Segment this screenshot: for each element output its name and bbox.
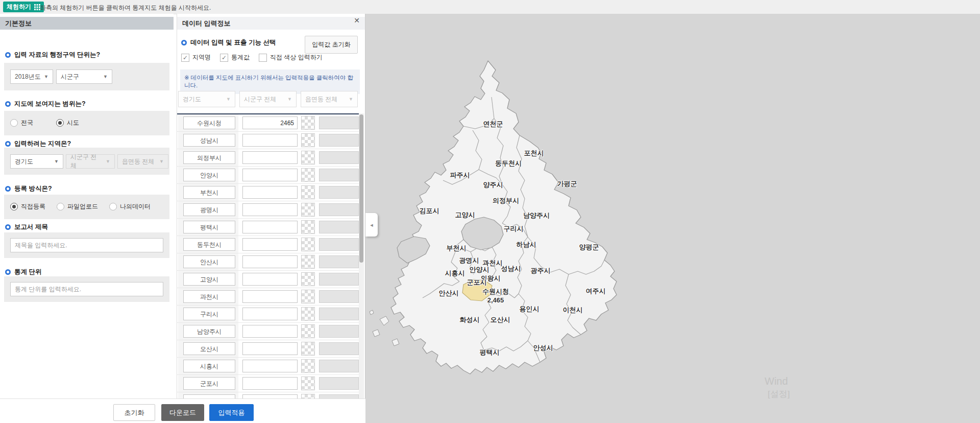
table-row: 부천시 [177,184,361,201]
checkbox-직접 색상 입력하기[interactable]: 직접 색상 입력하기 [259,53,323,62]
map-label-의정부시: 의정부시 [493,196,519,205]
radio-method-파일업로드[interactable]: 파일업로드 [57,202,98,211]
pattern-swatch[interactable] [301,377,315,390]
map-label-동두천시: 동두천시 [495,159,522,168]
scrollbar-thumb[interactable] [359,114,363,263]
value-input[interactable] [242,238,298,251]
pattern-swatch[interactable] [301,133,315,147]
method-box: 직접등록파일업로드나의데이터 [4,195,169,219]
color-box-disabled [319,238,359,251]
checkbox-icon: ✓ [181,54,189,62]
color-box-disabled [319,134,359,147]
region-name-box: 고양시 [183,273,235,286]
checkbox-icon: ✓ [220,54,228,62]
pattern-swatch[interactable] [301,116,315,130]
color-box-disabled [319,151,359,164]
table-row: 오산시 [177,340,361,358]
value-input[interactable] [242,134,298,147]
pattern-swatch[interactable] [301,203,315,217]
value-input[interactable] [242,325,298,338]
pattern-swatch[interactable] [301,255,315,269]
radio-method-직접등록[interactable]: 직접등록 [10,202,45,211]
region-name-box: 안양시 [183,169,235,181]
map-label-안양시: 안양시 [470,265,489,274]
color-box-disabled [319,116,359,129]
map-label-김포시: 김포시 [420,206,439,215]
checkbox-지역명[interactable]: ✓지역명 [181,53,211,62]
reset-button[interactable]: 초기화 [113,404,155,421]
bullet-icon [181,40,187,45]
pattern-swatch[interactable] [301,151,315,165]
pattern-swatch[interactable] [301,324,315,338]
color-box-disabled [319,255,359,268]
value-input[interactable] [242,290,298,303]
region-name-cell: 과천시 [178,288,238,305]
region-box: 경기도▼시군구 전체▼읍면동 전체▼ [4,148,169,175]
value-input[interactable] [242,360,298,372]
region-name-cell: 안양시 [178,167,238,183]
pattern-swatch[interactable] [301,359,315,373]
region-select-1[interactable]: 경기도▼ [10,154,63,169]
pattern-swatch[interactable] [301,307,315,321]
chevron-down-icon: ▼ [287,97,292,102]
region-select-2: 시군구 전체▼ [66,154,115,169]
checkbox-통계값[interactable]: ✓통계값 [220,53,250,62]
chevron-left-icon: ◂ [370,222,373,228]
filter-select-2: 시군구 전체▼ [239,91,297,107]
scrollbar-track[interactable] [359,113,364,398]
value-input[interactable] [242,186,298,199]
value-input[interactable] [242,221,298,233]
value-input[interactable] [242,308,298,320]
download-button[interactable]: 다운로드 [161,404,204,421]
radio-range-시도[interactable]: 시도 [56,119,79,127]
reset-values-button[interactable]: 입력값 초기화 [305,36,358,54]
pattern-swatch[interactable] [301,342,315,356]
pattern-swatch[interactable] [301,220,315,234]
radio-method-나의데이터[interactable]: 나의데이터 [109,202,151,211]
table-row: 평택시 [177,219,361,236]
value-input[interactable] [242,255,298,268]
map-label-text: 포천시 [524,149,544,157]
chevron-down-icon: ▼ [226,97,231,102]
stat-unit-input[interactable] [10,282,163,296]
map-label-파주시: 파주시 [450,171,470,179]
value-input[interactable] [242,151,298,164]
radio-label: 나의데이터 [120,202,151,211]
pattern-swatch[interactable] [301,272,315,286]
pattern-swatch[interactable] [301,168,315,182]
map-area[interactable]: 연천군포천시동두천시파주시양주시가평군의정부시김포시고양시남양주시구리시하남시양… [365,14,980,423]
radio-icon [109,203,117,210]
report-title-input[interactable] [10,238,163,252]
region-name-box: 의정부시 [183,151,235,164]
year-select[interactable]: 2018년도▼ [10,69,53,84]
select-value: 경기도 [15,157,33,166]
pattern-swatch[interactable] [301,185,315,199]
color-box-disabled [319,325,359,338]
map-label-text: 김포시 [420,206,439,215]
pattern-swatch[interactable] [301,238,315,251]
value-input[interactable] [242,116,298,129]
close-icon[interactable]: ✕ [354,16,360,25]
region-name-cell: 시흥시 [178,358,238,374]
map-label-시흥시: 시흥시 [445,269,465,277]
value-input[interactable] [242,342,298,355]
value-input[interactable] [242,377,298,390]
admin-unit-select[interactable]: 시군구▼ [56,69,112,84]
select-value: 시군구 전체 [70,153,103,170]
region-name-box: 성남시 [183,134,235,147]
value-input[interactable] [242,203,298,216]
color-box-disabled [319,377,359,390]
radio-range-전국[interactable]: 전국 [10,119,33,127]
pattern-swatch[interactable] [301,290,315,303]
panel-collapse-tab[interactable]: ◂ [365,213,378,237]
map-label-평택시: 평택시 [480,348,500,357]
map-label-text: 남양주시 [523,211,550,220]
apply-button[interactable]: 입력적용 [209,404,254,421]
windows-watermark: Wind [설정] [765,374,790,401]
radio-label: 전국 [21,119,33,127]
value-input[interactable] [242,273,298,286]
try-button[interactable]: 체험하기 [3,2,44,12]
value-input[interactable] [242,169,298,181]
radio-icon [10,119,18,127]
select-value: 경기도 [183,95,201,104]
